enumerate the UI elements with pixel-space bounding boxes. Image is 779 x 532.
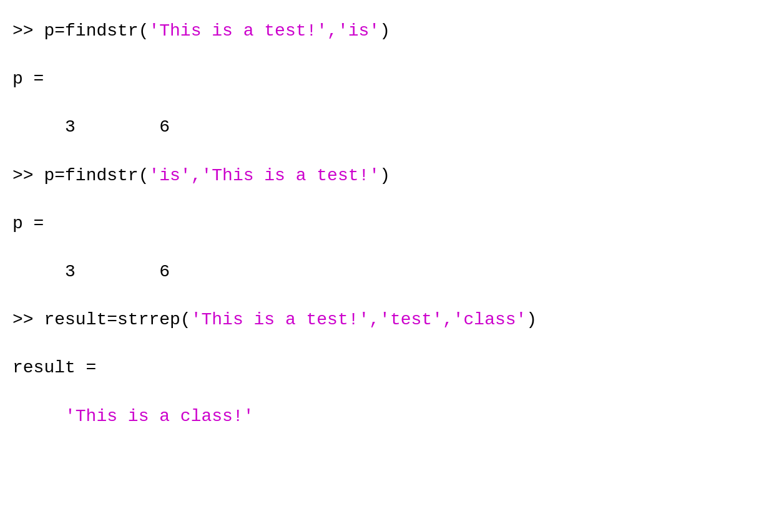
output-var-2: p = [12,211,767,236]
output-values-block-2: 3 6 [12,259,767,284]
output-values-1: 3 6 [12,115,767,139]
output-var-3: result = [12,355,767,380]
output-block-1: p = [12,67,767,91]
output-block-3: result = [12,355,767,380]
prompt-3: >> [12,310,44,329]
blank-7 [12,338,767,355]
prompt-2: >> [12,166,44,185]
console-output: >> p=findstr('This is a test!','is') p =… [12,19,767,428]
paren-2: ) [380,166,390,185]
blank-2 [12,97,767,115]
func-name-3: result=strrep( [44,310,190,329]
command-block-1: >> p=findstr('This is a test!','is') [12,19,767,43]
blank-3 [12,146,767,163]
output-values-block-1: 3 6 [12,115,767,139]
blank-4 [12,194,767,211]
result-string: 'This is a class!' [65,407,253,426]
command-block-2: >> p=findstr('is','This is a test!') [12,163,767,188]
paren-1: ) [380,21,390,41]
command-line-2: >> p=findstr('is','This is a test!') [12,163,767,188]
output-values-2: 3 6 [12,259,767,284]
blank-5 [12,242,767,259]
prompt-1: >> [12,21,44,41]
output-var-1: p = [12,67,767,91]
args-1: 'This is a test!','is' [149,21,380,41]
args-3: 'This is a test!','test','class' [191,310,527,329]
args-2: 'is','This is a test!' [149,166,380,185]
command-line-1: >> p=findstr('This is a test!','is') [12,19,767,43]
output-values-3: 'This is a class!' [12,404,767,428]
blank-8 [12,387,767,404]
blank-6 [12,290,767,307]
blank-1 [12,49,767,67]
output-block-2: p = [12,211,767,236]
command-line-3: >> result=strrep('This is a test!','test… [12,307,767,332]
output-values-block-3: 'This is a class!' [12,404,767,428]
paren-3: ) [526,310,537,329]
func-name-2: p=findstr( [44,166,149,185]
func-name-1: p=findstr( [44,21,149,41]
command-block-3: >> result=strrep('This is a test!','test… [12,307,767,332]
